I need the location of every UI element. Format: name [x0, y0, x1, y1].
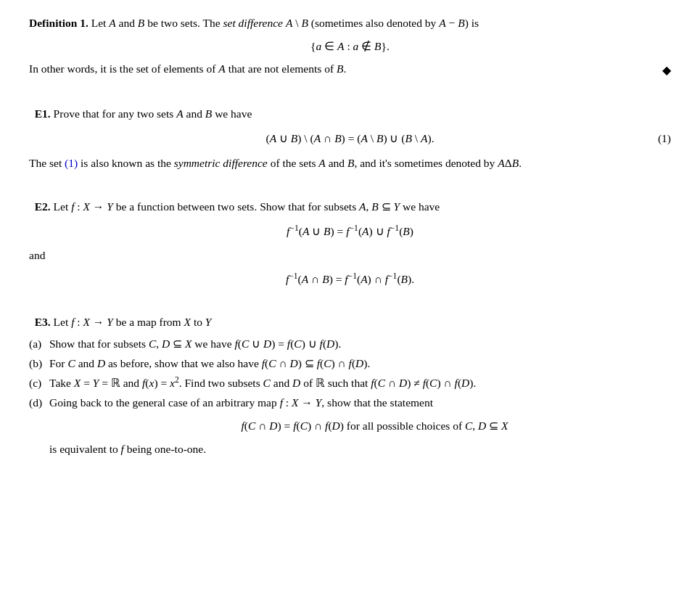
- e3-label: E3.: [35, 316, 51, 328]
- e3-content-b: For C and D as before, show that we also…: [49, 355, 671, 372]
- e3-content-a: Show that for subsets C, D ⊆ X we have f…: [49, 335, 671, 353]
- e1-ref: (1): [65, 157, 78, 169]
- e3-list: (a) Show that for subsets C, D ⊆ X we ha…: [29, 335, 671, 457]
- e1-formula: (A ∪ B) \ (A ∩ B) = (A \ B) ∪ (B \ A).: [265, 130, 434, 147]
- e2-formula1: f−1(A ∪ B) = f−1(A) ∪ f−1(B): [29, 223, 671, 239]
- e3-content-d: Going back to the general case of an arb…: [49, 394, 671, 458]
- e1-followup: The set (1) is also known as the symmetr…: [29, 155, 671, 172]
- e1-eq-number: (1): [658, 130, 671, 147]
- e3-label-c: (c): [29, 374, 49, 393]
- e1-equation: (A ∪ B) \ (A ∩ B) = (A \ B) ∪ (B \ A). (…: [29, 130, 671, 147]
- e3-intro: E3. Let f : X → Y be a map from X to Y: [29, 314, 671, 331]
- e3-label-b: (b): [29, 355, 49, 373]
- e3-item-d: (d) Going back to the general case of an…: [29, 394, 671, 458]
- e3-item-b: (b) For C and D as before, show that we …: [29, 355, 671, 373]
- exercise-e3: E3. Let f : X → Y be a map from X to Y (…: [29, 314, 671, 457]
- definition-1: Definition 1. Let A and B be two sets. T…: [29, 15, 671, 79]
- e3-d-formula: f(C ∩ D) = f(C) ∩ f(D) for all possible …: [78, 417, 671, 435]
- e2-formula2: f−1(A ∩ B) = f−1(A) ∩ f−1(B).: [29, 271, 671, 287]
- e3-item-a: (a) Show that for subsets C, D ⊆ X we ha…: [29, 335, 671, 353]
- exercise-e2: E2. Let f : X → Y be a function between …: [29, 198, 671, 288]
- exercise-e1: E1. Prove that for any two sets A and B …: [29, 105, 671, 171]
- e2-intro: E2. Let f : X → Y be a function between …: [29, 198, 671, 216]
- definition-formula: {a ∈ A : a ∉ B}.: [29, 38, 671, 54]
- e1-intro: E1. Prove that for any two sets A and B …: [29, 105, 671, 123]
- e3-label-d: (d): [29, 394, 49, 412]
- end-diamond: ◆: [662, 62, 671, 79]
- e1-label: E1.: [35, 107, 51, 120]
- definition-label: Definition 1.: [29, 17, 88, 29]
- e3-label-a: (a): [29, 335, 49, 353]
- e3-content-c: Take X = Y = ℝ and f(x) = x2. Find two s…: [49, 374, 671, 392]
- def-intro: Let A and B be two sets. The set differe…: [91, 17, 479, 29]
- e2-and: and: [29, 247, 671, 263]
- definition-text: Definition 1. Let A and B be two sets. T…: [29, 15, 671, 32]
- e3-item-c: (c) Take X = Y = ℝ and f(x) = x2. Find t…: [29, 374, 671, 393]
- e2-label: E2.: [35, 200, 51, 213]
- definition-conclusion: In other words, it is the set of element…: [29, 60, 346, 78]
